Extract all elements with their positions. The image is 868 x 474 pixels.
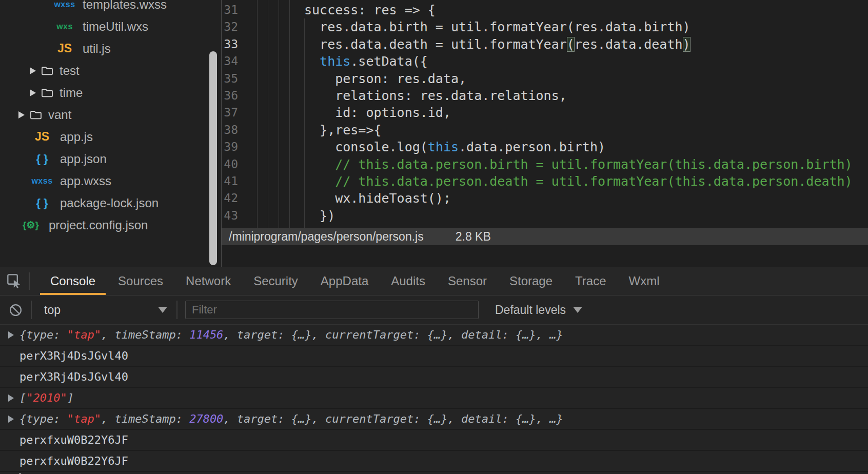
tree-item-vant[interactable]: vant <box>0 104 221 126</box>
tree-item-app.wxss[interactable]: wxssapp.wxss <box>0 170 221 192</box>
console-object-row[interactable]: ["2010"] <box>0 388 868 409</box>
preview-token: {type: <box>19 328 67 341</box>
preview-token: 27800 <box>189 412 223 425</box>
code-token: ( <box>567 37 575 52</box>
tab-console[interactable]: Console <box>40 267 106 295</box>
line-number: 37 <box>222 104 238 121</box>
context-label: top <box>44 303 61 317</box>
tree-item-util.js[interactable]: JSutil.js <box>0 37 221 60</box>
folder-collapse-arrow-icon[interactable] <box>30 67 36 74</box>
devtools-panel: ConsoleSourcesNetworkSecurityAppDataAudi… <box>0 267 868 474</box>
tree-item-package-lock.json[interactable]: { }package-lock.json <box>0 192 221 214</box>
code-token: relations: res.data.relations, <box>335 88 567 103</box>
wxss-file-icon: wxss <box>53 0 76 9</box>
file-name: timeUtil.wxs <box>83 19 148 34</box>
execution-context-dropdown[interactable]: top <box>32 295 176 324</box>
folder-collapse-arrow-icon[interactable] <box>30 89 36 96</box>
expand-arrow-icon[interactable] <box>8 394 14 402</box>
code-text: res.data.birth = util.formatYear(res.dat… <box>304 18 691 35</box>
filter-input[interactable] <box>185 301 479 319</box>
clear-console-button[interactable] <box>0 295 31 324</box>
tree-item-app.js[interactable]: JSapp.js <box>0 126 221 148</box>
console-input-row[interactable] <box>0 472 868 474</box>
expand-arrow-icon[interactable] <box>8 331 14 339</box>
inspect-element-button[interactable] <box>0 267 29 295</box>
tab-bar-separator <box>29 272 30 290</box>
code-token: },res=>{ <box>320 123 381 137</box>
console-object-row[interactable]: {type: "tap", timeStamp: 11456, target: … <box>0 325 868 346</box>
file-name: app.wxss <box>60 174 111 188</box>
preview-token: , timeStamp: <box>101 412 189 425</box>
object-preview: {type: "tap", timeStamp: 27800, target: … <box>19 412 563 425</box>
preview-token: "2010" <box>26 391 67 404</box>
tab-security[interactable]: Security <box>243 267 308 295</box>
log-text: perX3Rj4DsJGvl40 <box>19 349 128 362</box>
tab-trace[interactable]: Trace <box>565 267 616 295</box>
wechat-devtools-window: wxsstemplates.wxsswxstimeUtil.wxsJSutil.… <box>0 0 868 474</box>
file-size: 2.8 KB <box>456 230 491 244</box>
console-messages: {type: "tap", timeStamp: 11456, target: … <box>0 325 868 474</box>
code-line-41: 41// this.data.person.death = util.forma… <box>222 173 868 190</box>
code-token: // this.data.person.birth = util.formatY… <box>335 157 852 172</box>
code-text: this.setData({ <box>304 53 428 70</box>
tab-sensor[interactable]: Sensor <box>438 267 497 295</box>
chevron-down-icon <box>158 307 167 313</box>
tab-network[interactable]: Network <box>175 267 241 295</box>
tab-audits[interactable]: Audits <box>381 267 436 295</box>
config-file-icon: {⚙} <box>19 219 43 231</box>
line-number: 35 <box>222 70 238 87</box>
line-number: 31 <box>222 2 238 18</box>
preview-token: "tap" <box>67 328 101 341</box>
code-line-32: 32res.data.birth = util.formatYear(res.d… <box>222 18 868 35</box>
tab-storage[interactable]: Storage <box>499 267 563 295</box>
expand-arrow-icon[interactable] <box>8 416 14 423</box>
line-number: 32 <box>222 18 238 35</box>
tab-sources[interactable]: Sources <box>108 267 173 295</box>
tab-appdata[interactable]: AppData <box>310 267 379 295</box>
code-token: // this.data.person.death = util.formatY… <box>335 174 852 189</box>
code-line-42: 42wx.hideToast(); <box>222 190 868 207</box>
sidebar-scrollbar[interactable] <box>209 51 217 265</box>
folder-collapse-arrow-icon[interactable] <box>18 111 25 118</box>
tree-item-time[interactable]: time <box>0 82 221 104</box>
preview-token: "tap" <box>67 412 101 425</box>
log-levels-dropdown[interactable]: Default levels <box>495 295 582 324</box>
tree-item-timeUtil.wxs[interactable]: wxstimeUtil.wxs <box>0 15 221 37</box>
tab-wxml[interactable]: Wxml <box>619 267 670 295</box>
console-object-row[interactable]: {type: "tap", timeStamp: 27800, target: … <box>0 409 868 430</box>
console-log-row: perX3Rj4DsJGvl40 <box>0 367 868 388</box>
console-toolbar: top Default levels <box>0 295 868 325</box>
tree-item-templates.wxss[interactable]: wxsstemplates.wxss <box>0 0 221 15</box>
code-area[interactable]: 31success: res => {32res.data.birth = ut… <box>222 0 868 228</box>
code-line-37: 37id: options.id, <box>222 104 868 121</box>
file-name: templates.wxss <box>83 0 167 12</box>
tree-item-test[interactable]: test <box>0 60 221 82</box>
line-number: 41 <box>222 173 238 190</box>
code-line-36: 36relations: res.data.relations, <box>222 87 868 104</box>
line-number: 40 <box>222 156 238 173</box>
code-text: // this.data.person.death = util.formatY… <box>304 173 853 190</box>
code-text: person: res.data, <box>304 70 466 87</box>
js-file-icon: JS <box>53 42 76 55</box>
file-name: app.json <box>60 152 107 166</box>
line-number: 34 <box>222 53 238 70</box>
code-line-35: 35person: res.data, <box>222 70 868 87</box>
code-editor[interactable]: 31success: res => {32res.data.birth = ut… <box>221 0 868 267</box>
log-text: perxfxuW0B22Y6JF <box>19 455 128 467</box>
code-text: res.data.death = util.formatYear(res.dat… <box>304 36 691 53</box>
console-log-row: perX3Rj4DsJGvl40 <box>0 346 868 367</box>
code-line-38: 38},res=>{ <box>222 122 868 139</box>
wxss-file-icon: wxss <box>30 176 54 186</box>
file-tree: wxsstemplates.wxsswxstimeUtil.wxsJSutil.… <box>0 0 221 236</box>
preview-token: , target: {…}, currentTarget: {…}, detai… <box>223 328 563 341</box>
tree-item-project.config.json[interactable]: {⚙}project.config.json <box>0 214 221 236</box>
tree-item-app.json[interactable]: { }app.json <box>0 148 221 170</box>
line-number: 33 <box>222 36 238 53</box>
clear-console-icon <box>9 303 23 317</box>
code-line-33: 33res.data.death = util.formatYear(res.d… <box>222 36 868 53</box>
code-token: wx.hideToast(); <box>335 191 451 206</box>
devtools-tab-bar: ConsoleSourcesNetworkSecurityAppDataAudi… <box>0 267 868 295</box>
line-number: 38 <box>222 122 238 139</box>
code-text: success: res => { <box>304 2 436 18</box>
console-log-row: perxfxuW0B22Y6JF <box>0 430 868 451</box>
